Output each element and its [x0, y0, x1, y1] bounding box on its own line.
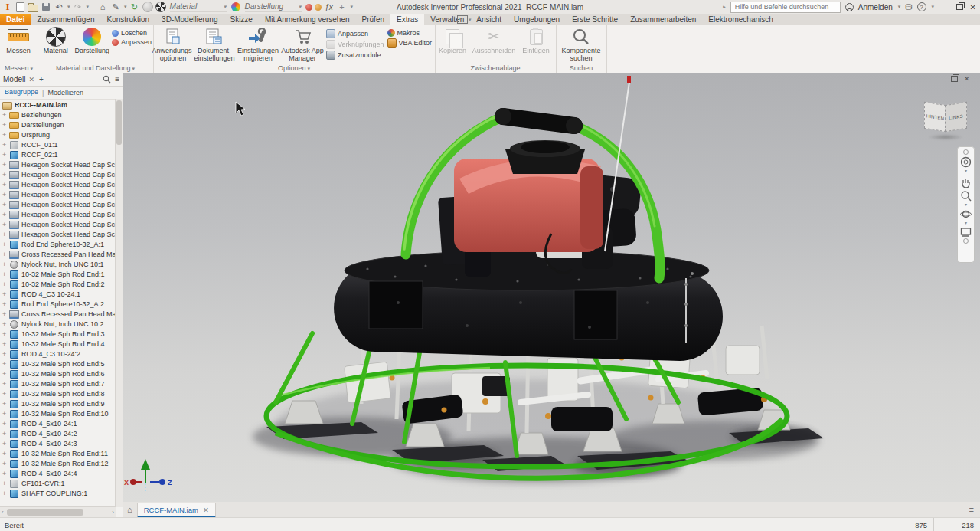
search-arrow-icon[interactable]: ▸: [723, 4, 726, 10]
loeschen-button[interactable]: Löschen: [112, 29, 152, 37]
group-label-optionen[interactable]: Optionen: [153, 64, 435, 72]
tree-item[interactable]: + 10-32 Male Sph Rod End:8: [2, 389, 116, 399]
expand-icon[interactable]: +: [2, 339, 9, 349]
tree-item[interactable]: + 10-32 Male Sph Rod End:10: [2, 409, 116, 419]
ribbon-tab[interactable]: Umgebungen: [508, 14, 566, 25]
material-button[interactable]: Material: [38, 27, 74, 55]
ribbon-tab[interactable]: 3D-Modellierung: [155, 14, 224, 25]
dokumenteinstellungen-button[interactable]: Dokument­einstellungen: [193, 27, 236, 62]
scroll-left-icon[interactable]: ‹: [0, 509, 4, 516]
ribbon-tab[interactable]: Datei: [0, 14, 31, 25]
expand-icon[interactable]: +: [2, 300, 9, 310]
browser-menu-icon[interactable]: ≡: [115, 75, 119, 84]
look-at-icon[interactable]: [960, 227, 972, 237]
expand-icon[interactable]: +: [2, 190, 9, 200]
screen-icon[interactable]: [457, 15, 468, 24]
tabstrip-extra[interactable]: ▾: [457, 15, 472, 24]
signin-label[interactable]: Anmelden: [858, 3, 893, 11]
viewcube-face-links[interactable]: LINKS: [945, 102, 967, 133]
sketch-icon[interactable]: ✎: [110, 2, 121, 12]
tree-item[interactable]: + Hexagon Socket Head Cap Screw - In: [2, 180, 116, 190]
tree-item[interactable]: + Rod End Sphere10-32_A:1: [2, 240, 116, 250]
home-tab-icon[interactable]: ⌂: [122, 505, 137, 514]
expand-icon[interactable]: +: [2, 439, 9, 449]
tree-item[interactable]: + RCCF_02:1: [2, 150, 116, 160]
expand-icon[interactable]: +: [2, 140, 9, 150]
model-rccf-main[interactable]: X Z: [122, 73, 980, 502]
expand-icon[interactable]: +: [2, 429, 9, 439]
expand-icon[interactable]: +: [2, 479, 9, 489]
tree-item[interactable]: + ROD 4_C3 10-24:1: [2, 290, 116, 300]
expand-icon[interactable]: +: [2, 200, 9, 210]
expand-icon[interactable]: +: [2, 180, 9, 190]
tree-item[interactable]: + Hexagon Socket Head Cap Screw - In: [2, 220, 116, 230]
document-tab-active[interactable]: RCCF-MAIN.iam ✕: [137, 503, 216, 518]
expand-icon[interactable]: +: [2, 270, 9, 280]
app-manager-button[interactable]: Autodesk App Manager: [280, 27, 325, 62]
expand-icon[interactable]: +: [2, 489, 9, 499]
subtab-baugruppe[interactable]: Baugruppe: [5, 88, 38, 97]
tree-item[interactable]: + ROD 4_5x10-24:2: [2, 429, 116, 439]
expand-icon[interactable]: +: [2, 449, 9, 459]
expand-icon[interactable]: +: [2, 220, 9, 230]
ribbon-tab[interactable]: Zusammenarbeiten: [624, 14, 702, 25]
expand-icon[interactable]: +: [2, 349, 9, 359]
navigation-wheel-icon[interactable]: [960, 156, 972, 168]
undo-icon[interactable]: ↶: [54, 2, 64, 12]
scroll-right-icon[interactable]: ›: [112, 509, 116, 516]
tree-item[interactable]: + 10-32 Male Sph Rod End:9: [2, 399, 116, 409]
material-checker-icon[interactable]: [155, 2, 166, 12]
tree-item[interactable]: + ROD 4_5x10-24:3: [2, 439, 116, 449]
expand-icon[interactable]: +: [2, 329, 9, 339]
expand-icon[interactable]: +: [2, 290, 9, 300]
tree-item[interactable]: + 10-32 Male Sph Rod End:12: [2, 459, 116, 469]
group-label-messen[interactable]: Messen: [0, 64, 38, 72]
add-command-icon[interactable]: +: [337, 2, 348, 12]
help-search-box[interactable]: [730, 2, 841, 13]
expand-icon[interactable]: +: [2, 150, 9, 160]
expand-icon[interactable]: +: [2, 160, 9, 170]
store-cart-icon[interactable]: ⛁: [905, 2, 912, 12]
tree-item[interactable]: + Hexagon Socket Head Cap Screw - In: [2, 170, 116, 180]
expand-icon[interactable]: +: [2, 399, 9, 409]
ribbon-tab[interactable]: Skizze: [224, 14, 258, 25]
signin-person-icon[interactable]: [845, 3, 854, 11]
tree-item[interactable]: + SHAFT COUPLING:1: [2, 489, 116, 499]
einstellungen-migrieren-button[interactable]: Einstellungen migrieren: [236, 27, 280, 62]
expand-icon[interactable]: +: [2, 280, 9, 290]
sketch-caret-icon[interactable]: ▾: [124, 4, 127, 10]
close-button[interactable]: ✕: [970, 3, 976, 11]
tree-item[interactable]: + Cross Recessed Pan Head Machine Sc: [2, 310, 116, 320]
group-label-material[interactable]: Material und Darstellung: [38, 64, 153, 72]
minimize-button[interactable]: –: [945, 3, 949, 11]
expand-icon[interactable]: +: [2, 260, 9, 270]
browser-tab-modell[interactable]: Modell: [3, 75, 25, 84]
tree-item[interactable]: + Hexagon Socket Head Cap Screw - In: [2, 190, 116, 200]
ribbon-tab[interactable]: Erste Schritte: [566, 14, 624, 25]
home-view-icon[interactable]: ⌂: [97, 2, 108, 12]
messen-button[interactable]: Messen: [0, 27, 37, 55]
help-caret-icon[interactable]: ▾: [932, 4, 935, 10]
tree-item[interactable]: + ROD 4_C3 10-24:2: [2, 349, 116, 359]
expand-icon[interactable]: +: [2, 389, 9, 399]
doc-restore-icon[interactable]: [951, 76, 958, 82]
navbar-handle-icon[interactable]: [963, 149, 969, 155]
subtab-modellieren[interactable]: Modellieren: [47, 89, 83, 97]
tree-item[interactable]: + 10-32 Male Sph Rod End:1: [2, 270, 116, 280]
ribbon-tab[interactable]: Ansicht: [470, 14, 508, 25]
view-cube[interactable]: HINTEN LINKS: [923, 99, 968, 137]
tree-item[interactable]: + Nylock Nut, Inch UNC 10:2: [2, 320, 116, 329]
tree-item[interactable]: + Nylock Nut, Inch UNC 10:1: [2, 260, 116, 270]
tree-item[interactable]: + 10-32 Male Sph Rod End:4: [2, 339, 116, 349]
ribbon-tab[interactable]: Konstruktion: [101, 14, 156, 25]
ribbon-tab[interactable]: Extras: [390, 14, 424, 25]
search-input[interactable]: [733, 2, 838, 11]
ribbon-tab[interactable]: Mit Anmerkung versehen: [259, 14, 356, 25]
signin-caret-icon[interactable]: ▾: [898, 4, 901, 10]
expand-icon[interactable]: +: [2, 359, 9, 369]
zoom-icon[interactable]: [960, 190, 972, 202]
verknuepfungen-button[interactable]: Verknüpfungen: [326, 40, 384, 49]
tree-item[interactable]: + RCCF_01:1: [2, 140, 116, 150]
material-combobox[interactable]: Material▾: [170, 2, 227, 12]
expand-icon[interactable]: +: [2, 120, 9, 130]
